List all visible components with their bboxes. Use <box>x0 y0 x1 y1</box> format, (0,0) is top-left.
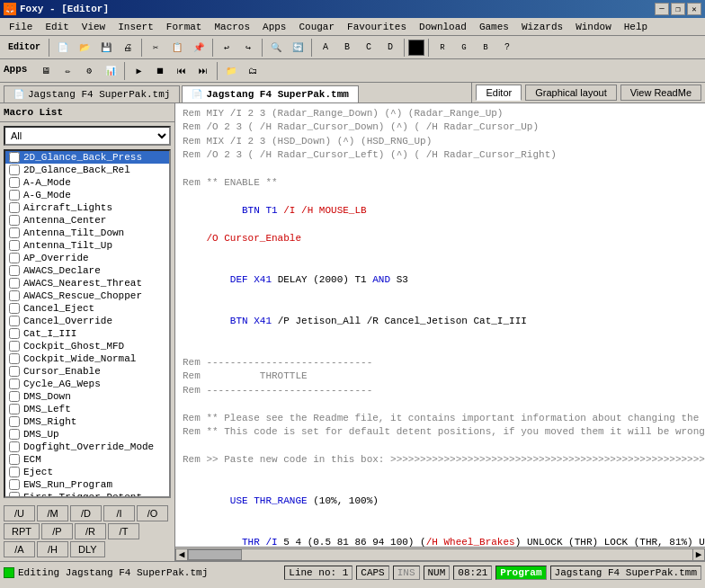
macro-item-dms-left[interactable]: DMS_Left <box>5 403 169 415</box>
macro-checkbox[interactable] <box>9 227 20 238</box>
macro-btn-rpt[interactable]: RPT <box>4 523 40 539</box>
macro-item-aircraft-lights[interactable]: Aircraft_Lights <box>5 201 169 214</box>
macro-item-dms-up[interactable]: DMS_Up <box>5 428 169 441</box>
btn-d[interactable]: D <box>380 38 400 58</box>
menu-help[interactable]: Help <box>619 20 653 34</box>
macro-item-dms-down[interactable]: DMS_Down <box>5 390 169 403</box>
macro-item-dms-right[interactable]: DMS_Right <box>5 415 169 428</box>
undo-button[interactable]: ↩ <box>217 38 236 58</box>
macro-item-cancel-override[interactable]: Cancel_Override <box>5 315 169 327</box>
macro-btn-dly[interactable]: DLY <box>70 541 105 557</box>
macro-checkbox[interactable] <box>9 441 20 452</box>
macro-checkbox[interactable] <box>9 429 20 440</box>
app-btn6[interactable]: ⏹ <box>150 61 170 81</box>
btn-b[interactable]: B <box>337 38 357 58</box>
macro-checkbox[interactable] <box>9 416 20 427</box>
copy-button[interactable]: 📋 <box>167 38 187 58</box>
menu-file[interactable]: File <box>4 20 38 34</box>
editor-horizontal-scrollbar[interactable]: ◀ ▶ <box>175 547 705 561</box>
app-btn10[interactable]: 🗂 <box>243 61 263 81</box>
macro-checkbox[interactable] <box>9 165 20 175</box>
macro-item-antenna-tilt-up[interactable]: Antenna_Tilt_Up <box>5 239 169 252</box>
macro-checkbox[interactable] <box>9 190 20 200</box>
macro-checkbox[interactable] <box>9 215 20 226</box>
editor-tab-readme[interactable]: View ReadMe <box>620 85 701 101</box>
macro-item-2d-glance-press[interactable]: 2D_Glance_Back_Press <box>5 151 169 164</box>
menu-window[interactable]: Window <box>570 20 617 34</box>
macro-checkbox[interactable] <box>9 492 20 498</box>
macro-item-cursor-enable[interactable]: Cursor_Enable <box>5 365 169 378</box>
scroll-left-btn[interactable]: ◀ <box>175 548 188 561</box>
macro-checkbox[interactable] <box>9 265 20 276</box>
macro-checkbox[interactable] <box>9 341 20 352</box>
app-btn3[interactable]: ⚙ <box>79 61 99 81</box>
macro-btn-p[interactable]: /P <box>41 523 73 539</box>
macro-item-ag-mode[interactable]: A-G_Mode <box>5 189 169 201</box>
menu-insert[interactable]: Insert <box>112 20 159 34</box>
btn-a[interactable]: A <box>316 38 335 58</box>
paste-button[interactable]: 📌 <box>189 38 209 58</box>
macro-item-first-trigger[interactable]: First_Trigger_Detent <box>5 491 169 498</box>
extra3[interactable]: B <box>476 38 495 58</box>
macro-checkbox[interactable] <box>9 202 20 213</box>
open-button[interactable]: 📂 <box>75 38 94 58</box>
macro-item-cycle-ag[interactable]: Cycle_AG_Weps <box>5 378 169 390</box>
print-button[interactable]: 🖨 <box>118 38 138 58</box>
macro-item-eject[interactable]: Eject <box>5 466 169 478</box>
menu-download[interactable]: Download <box>414 20 472 34</box>
macro-checkbox[interactable] <box>9 278 20 289</box>
editor-content[interactable]: Rem MIY /I 2 3 (Radar_Range_Down) (^) (R… <box>175 103 705 547</box>
macro-item-ap-override[interactable]: AP_Override <box>5 252 169 264</box>
app-btn2[interactable]: ✏ <box>58 61 77 81</box>
macro-btn-o[interactable]: /O <box>137 505 168 521</box>
macro-btn-h[interactable]: /H <box>37 541 68 557</box>
save-button[interactable]: 💾 <box>96 38 116 58</box>
macro-item-cockpit-wide[interactable]: Cockpit_Wide_Normal <box>5 352 169 365</box>
editor-tab-editor[interactable]: Editor <box>476 85 522 101</box>
macro-item-awacs-declare[interactable]: AWACS_Declare <box>5 264 169 277</box>
editor-tab-graphical[interactable]: Graphical layout <box>525 85 617 101</box>
file-tab-tmm[interactable]: 📄 Jagstang F4 SuperPak.tmm <box>182 85 358 102</box>
menu-apps[interactable]: Apps <box>257 20 291 34</box>
menu-wizards[interactable]: Wizards <box>516 20 568 34</box>
scroll-right-btn[interactable]: ▶ <box>692 548 705 561</box>
macro-btn-d[interactable]: /D <box>70 505 102 521</box>
extra1[interactable]: R <box>433 38 452 58</box>
menu-favourites[interactable]: Favourites <box>342 20 412 34</box>
macro-item-2d-glance-rel[interactable]: 2D_Glance_Back_Rel <box>5 164 169 176</box>
color-swatch[interactable] <box>408 40 424 56</box>
macro-item-cancel-eject[interactable]: Cancel_Eject <box>5 302 169 315</box>
extra2[interactable]: G <box>454 38 474 58</box>
macro-item-antenna-center[interactable]: Antenna_Center <box>5 214 169 227</box>
macro-checkbox[interactable] <box>9 454 20 465</box>
macro-btn-r[interactable]: /R <box>75 523 106 539</box>
macro-item-dogfight[interactable]: Dogfight_Override_Mode <box>5 441 169 453</box>
btn-c[interactable]: C <box>359 38 379 58</box>
menu-view[interactable]: View <box>76 20 111 34</box>
macro-item-ews[interactable]: EWS_Run_Program <box>5 478 169 491</box>
menu-macros[interactable]: Macros <box>209 20 255 34</box>
app-btn1[interactable]: 🖥 <box>36 61 56 81</box>
macro-checkbox[interactable] <box>9 328 20 339</box>
macro-btn-i[interactable]: /I <box>103 505 135 521</box>
search-button[interactable]: 🔍 <box>266 38 286 58</box>
macro-btn-m[interactable]: /M <box>37 505 68 521</box>
redo-button[interactable]: ↪ <box>238 38 258 58</box>
macro-checkbox[interactable] <box>9 240 20 251</box>
macro-checkbox[interactable] <box>9 177 20 188</box>
macro-item-awacs-rescue[interactable]: AWACS_Rescue_Chopper <box>5 290 169 302</box>
extra4[interactable]: ? <box>497 38 517 58</box>
replace-button[interactable]: 🔄 <box>288 38 308 58</box>
minimize-button[interactable]: ─ <box>655 3 669 15</box>
macro-btn-t[interactable]: /T <box>108 523 139 539</box>
scroll-thumb[interactable] <box>188 549 242 560</box>
macro-checkbox[interactable] <box>9 366 20 377</box>
menu-format[interactable]: Format <box>161 20 208 34</box>
macro-item-cat-i-iii[interactable]: Cat_I_III <box>5 327 169 340</box>
macro-btn-u[interactable]: /U <box>4 505 35 521</box>
macro-checkbox[interactable] <box>9 316 20 326</box>
close-button[interactable]: ✕ <box>687 3 701 15</box>
macro-checkbox[interactable] <box>9 391 20 402</box>
scroll-track[interactable] <box>188 548 692 561</box>
macro-checkbox[interactable] <box>9 467 20 477</box>
